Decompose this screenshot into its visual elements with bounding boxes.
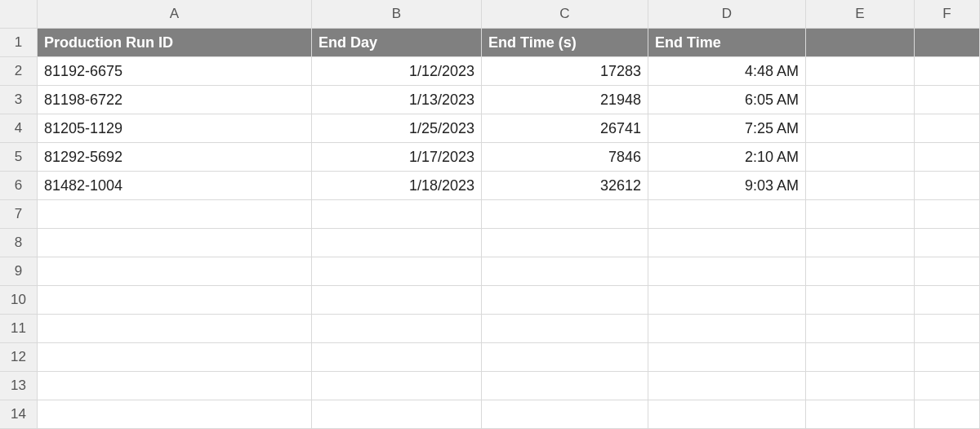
cell-a9[interactable]: [38, 257, 312, 286]
cell-d5[interactable]: 2:10 AM: [648, 143, 806, 172]
cell-d6[interactable]: 9:03 AM: [648, 172, 806, 200]
col-header-a[interactable]: A: [38, 0, 312, 29]
cell-c14[interactable]: [482, 400, 648, 429]
cell-b3[interactable]: 1/13/2023: [312, 86, 482, 114]
cell-a12[interactable]: [38, 343, 312, 372]
cell-e3[interactable]: [806, 86, 915, 114]
row-header-1[interactable]: 1: [0, 29, 38, 57]
cell-a3[interactable]: 81198-6722: [38, 86, 312, 114]
row-header-14[interactable]: 14: [0, 400, 38, 429]
cell-d4[interactable]: 7:25 AM: [648, 114, 806, 143]
cell-e5[interactable]: [806, 143, 915, 172]
cell-d9[interactable]: [648, 257, 806, 286]
cell-e8[interactable]: [806, 229, 915, 257]
row-header-12[interactable]: 12: [0, 343, 38, 372]
cell-f4[interactable]: [915, 114, 980, 143]
cell-b7[interactable]: [312, 200, 482, 229]
cell-d14[interactable]: [648, 400, 806, 429]
row-header-5[interactable]: 5: [0, 143, 38, 172]
cell-b11[interactable]: [312, 315, 482, 343]
cell-f3[interactable]: [915, 86, 980, 114]
cell-a2[interactable]: 81192-6675: [38, 57, 312, 86]
cell-f14[interactable]: [915, 400, 980, 429]
col-header-f[interactable]: F: [915, 0, 980, 29]
row-header-6[interactable]: 6: [0, 172, 38, 200]
cell-c1[interactable]: End Time (s): [482, 29, 648, 57]
cell-e11[interactable]: [806, 315, 915, 343]
cell-a1[interactable]: Production Run ID: [38, 29, 312, 57]
cell-b2[interactable]: 1/12/2023: [312, 57, 482, 86]
col-header-e[interactable]: E: [806, 0, 915, 29]
row-header-2[interactable]: 2: [0, 57, 38, 86]
cell-a7[interactable]: [38, 200, 312, 229]
cell-f6[interactable]: [915, 172, 980, 200]
row-header-3[interactable]: 3: [0, 86, 38, 114]
cell-a14[interactable]: [38, 400, 312, 429]
col-header-c[interactable]: C: [482, 0, 648, 29]
cell-f9[interactable]: [915, 257, 980, 286]
cell-f12[interactable]: [915, 343, 980, 372]
cell-c3[interactable]: 21948: [482, 86, 648, 114]
row-header-7[interactable]: 7: [0, 200, 38, 229]
row-header-8[interactable]: 8: [0, 229, 38, 257]
cell-d13[interactable]: [648, 372, 806, 400]
cell-f10[interactable]: [915, 286, 980, 315]
cell-c2[interactable]: 17283: [482, 57, 648, 86]
cell-e7[interactable]: [806, 200, 915, 229]
cell-f2[interactable]: [915, 57, 980, 86]
row-header-4[interactable]: 4: [0, 114, 38, 143]
cell-b5[interactable]: 1/17/2023: [312, 143, 482, 172]
cell-b14[interactable]: [312, 400, 482, 429]
cell-c8[interactable]: [482, 229, 648, 257]
cell-c7[interactable]: [482, 200, 648, 229]
cell-e14[interactable]: [806, 400, 915, 429]
cell-e9[interactable]: [806, 257, 915, 286]
cell-b1[interactable]: End Day: [312, 29, 482, 57]
cell-f5[interactable]: [915, 143, 980, 172]
cell-f13[interactable]: [915, 372, 980, 400]
cell-f8[interactable]: [915, 229, 980, 257]
row-header-11[interactable]: 11: [0, 315, 38, 343]
cell-c10[interactable]: [482, 286, 648, 315]
cell-d1[interactable]: End Time: [648, 29, 806, 57]
cell-d3[interactable]: 6:05 AM: [648, 86, 806, 114]
cell-d11[interactable]: [648, 315, 806, 343]
cell-e2[interactable]: [806, 57, 915, 86]
cell-f1[interactable]: [915, 29, 980, 57]
cell-e10[interactable]: [806, 286, 915, 315]
cell-c6[interactable]: 32612: [482, 172, 648, 200]
cell-b9[interactable]: [312, 257, 482, 286]
cell-c11[interactable]: [482, 315, 648, 343]
cell-c13[interactable]: [482, 372, 648, 400]
cell-b8[interactable]: [312, 229, 482, 257]
cell-f7[interactable]: [915, 200, 980, 229]
cell-b12[interactable]: [312, 343, 482, 372]
row-header-10[interactable]: 10: [0, 286, 38, 315]
cell-f11[interactable]: [915, 315, 980, 343]
cell-d2[interactable]: 4:48 AM: [648, 57, 806, 86]
cell-e12[interactable]: [806, 343, 915, 372]
cell-c12[interactable]: [482, 343, 648, 372]
cell-c9[interactable]: [482, 257, 648, 286]
cell-b6[interactable]: 1/18/2023: [312, 172, 482, 200]
cell-e4[interactable]: [806, 114, 915, 143]
cell-a4[interactable]: 81205-1129: [38, 114, 312, 143]
row-header-13[interactable]: 13: [0, 372, 38, 400]
col-header-b[interactable]: B: [312, 0, 482, 29]
cell-e1[interactable]: [806, 29, 915, 57]
cell-a8[interactable]: [38, 229, 312, 257]
select-all-corner[interactable]: [0, 0, 38, 29]
cell-e6[interactable]: [806, 172, 915, 200]
cell-c5[interactable]: 7846: [482, 143, 648, 172]
cell-d10[interactable]: [648, 286, 806, 315]
cell-b4[interactable]: 1/25/2023: [312, 114, 482, 143]
cell-b13[interactable]: [312, 372, 482, 400]
row-header-9[interactable]: 9: [0, 257, 38, 286]
cell-c4[interactable]: 26741: [482, 114, 648, 143]
cell-a10[interactable]: [38, 286, 312, 315]
cell-a13[interactable]: [38, 372, 312, 400]
cell-d8[interactable]: [648, 229, 806, 257]
cell-b10[interactable]: [312, 286, 482, 315]
cell-e13[interactable]: [806, 372, 915, 400]
cell-a11[interactable]: [38, 315, 312, 343]
